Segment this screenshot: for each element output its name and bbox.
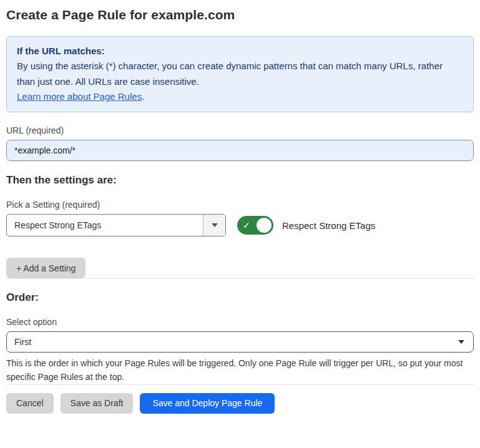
order-select-arrow xyxy=(458,332,473,352)
order-section-heading: Order: xyxy=(6,291,474,304)
info-box-body: By using the asterisk (*) character, you… xyxy=(17,59,463,89)
settings-section-heading: Then the settings are: xyxy=(6,174,474,187)
divider xyxy=(6,278,474,279)
info-box-heading: If the URL matches: xyxy=(17,44,463,59)
toggle-label: Respect Strong ETags xyxy=(282,220,375,231)
setting-select-value: Respect Strong ETags xyxy=(7,215,203,236)
footer-actions: Cancel Save as Draft Save and Deploy Pag… xyxy=(6,393,474,414)
toggle-knob xyxy=(257,218,272,233)
save-and-deploy-button[interactable]: Save and Deploy Page Rule xyxy=(140,393,275,414)
setting-select[interactable]: Respect Strong ETags xyxy=(6,214,226,236)
order-select[interactable]: First xyxy=(6,331,474,353)
learn-more-link[interactable]: Learn more about Page Rules xyxy=(17,91,142,102)
link-period: . xyxy=(142,91,144,102)
url-field-label: URL (required) xyxy=(6,125,474,135)
url-match-info-box: If the URL matches: By using the asteris… xyxy=(6,36,474,112)
chevron-down-icon xyxy=(458,340,464,344)
check-icon: ✓ xyxy=(243,221,250,230)
setting-toggle[interactable]: ✓ xyxy=(237,216,273,235)
add-setting-button[interactable]: + Add a Setting xyxy=(6,258,86,278)
pick-setting-label: Pick a Setting (required) xyxy=(6,200,474,210)
page-title: Create a Page Rule for example.com xyxy=(6,7,474,22)
divider xyxy=(6,161,474,162)
page-rule-form: Create a Page Rule for example.com If th… xyxy=(0,0,480,414)
url-input[interactable] xyxy=(6,140,474,161)
order-select-label: Select option xyxy=(6,317,474,327)
divider xyxy=(6,384,474,385)
save-as-draft-button[interactable]: Save as Draft xyxy=(61,393,134,414)
setting-select-arrow-box[interactable] xyxy=(203,215,225,236)
chevron-down-icon xyxy=(212,223,218,227)
setting-row: Respect Strong ETags ✓ Respect Strong ET… xyxy=(6,214,474,236)
order-select-value: First xyxy=(7,332,458,352)
info-box-link-line: Learn more about Page Rules. xyxy=(17,89,463,104)
order-help-text: This is the order in which your Page Rul… xyxy=(6,357,471,384)
cancel-button[interactable]: Cancel xyxy=(6,393,54,414)
